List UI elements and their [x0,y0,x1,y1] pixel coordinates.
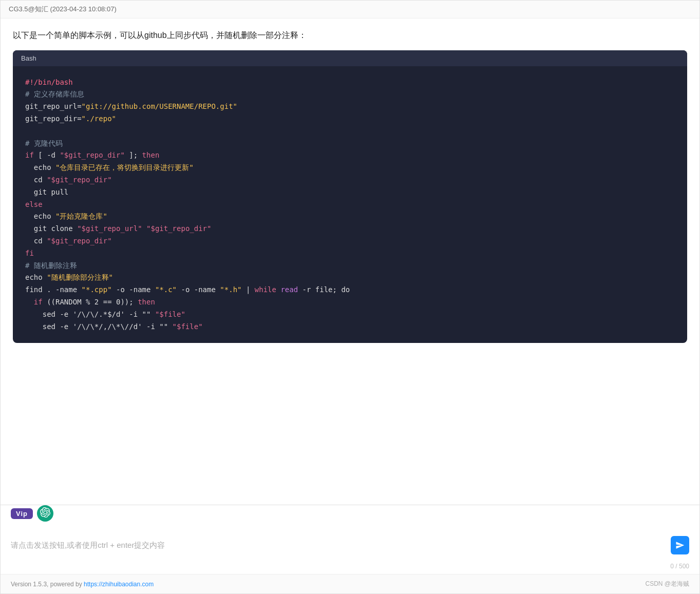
gpt-badge [37,505,53,522]
code-span: [ -d [34,151,60,159]
header-title: CG3.5@知汇 (2023-04-23 10:08:07) [9,5,117,13]
code-line-6: if [ -d "$git_repo_dir" ]; then [25,149,675,162]
code-span: "仓库目录已存在，将切换到目录进行更新" [55,163,194,171]
code-block-lang: Bash [21,54,36,62]
input-bar[interactable]: 请点击发送按钮,或者使用ctrl + enter提交内容 [1,528,699,563]
message-intro: 以下是一个简单的脚本示例，可以从github上同步代码，并随机删除一部分注释： [13,29,687,42]
code-span: -o -name [112,285,155,294]
footer-version: Version 1.5.3, powered by https://zhihui… [11,581,154,588]
code-span: echo [25,212,55,220]
code-pre: #!/bin/bash# 定义存储库信息git_repo_url="git://… [25,76,675,333]
code-line-11: echo "开始克隆仓库" [25,210,675,223]
code-span: -o -name [177,285,220,294]
send-icon [675,541,685,550]
code-line-20: sed -e '/\/\*/,/\*\//d' -i "" "$file" [25,321,675,333]
code-line-1: #!/bin/bash [25,76,675,89]
code-span: ((RANDOM % 2 == 0)); [43,298,138,306]
code-span: find . -name [25,285,82,294]
code-span [142,224,146,233]
code-line-16: echo "随机删除部分注释" [25,272,675,284]
code-line-15: # 随机删除注释 [25,260,675,272]
code-line-9: git pull [25,186,675,199]
footer-version-text: Version 1.5.3, powered by [11,581,84,588]
code-line-19: sed -e '/\/\/.*$/d' -i "" "$file" [25,309,675,321]
code-span: then [138,298,155,306]
header-bar: CG3.5@知汇 (2023-04-23 10:08:07) [1,1,699,18]
code-span: "$file" [173,322,203,331]
code-span: "$git_repo_dir" [146,224,211,233]
code-span: "$git_repo_url" [77,224,142,233]
vip-badge: Vip [11,508,33,519]
code-span: "git://github.com/USERNAME/REPO.git" [82,102,237,110]
code-span: "$git_repo_dir" [47,237,111,245]
code-line-10: else [25,199,675,211]
code-span: sed -e '/\/\/.*$/d' -i "" [25,310,155,318]
code-block-header: Bash [13,50,687,66]
code-span: "开始克隆仓库" [55,212,107,220]
code-line-13: cd "$git_repo_dir" [25,235,675,247]
chat-area: 以下是一个简单的脚本示例，可以从github上同步代码，并随机删除一部分注释： … [1,18,699,505]
code-line-4: git_repo_dir="./repo" [25,113,675,125]
input-placeholder: 请点击发送按钮,或者使用ctrl + enter提交内容 [11,541,671,550]
code-span: cd [25,176,47,184]
vip-badges-row: Vip [1,505,699,528]
code-line-12: git clone "$git_repo_url" "$git_repo_dir… [25,223,675,235]
code-span: "$file" [155,310,185,318]
code-span: echo [25,163,55,171]
gpt-svg [40,507,50,518]
code-span: if [34,298,43,306]
code-line-blank1 [25,125,675,138]
code-line-3: git_repo_url="git://github.com/USERNAME/… [25,101,675,113]
gpt-icon [40,507,50,520]
code-span: sed -e '/\/\*/,/\*\//d' -i "" [25,322,173,331]
code-span: "./repo" [82,114,116,123]
code-span: git_repo_url= [25,102,82,110]
input-bar-wrapper: Vip 请点击发送按钮,或者使用ctrl + enter提交内容 0 / 500 [1,505,699,574]
code-span: then [142,151,160,159]
code-line-5: # 克隆代码 [25,138,675,150]
code-span: "*.h" [220,285,241,294]
footer-link[interactable]: https://zhihuibaodian.com [84,581,154,588]
code-span: | [242,285,255,294]
code-line-8: cd "$git_repo_dir" [25,174,675,186]
code-span: "随机删除部分注释" [47,273,113,281]
code-line-2: # 定义存储库信息 [25,88,675,101]
code-block-wrapper: Bash #!/bin/bash# 定义存储库信息git_repo_url="g… [13,50,687,343]
code-span: read [276,285,298,294]
footer-right: CSDN @老海贼 [645,580,689,588]
code-line-17: find . -name "*.cpp" -o -name "*.c" -o -… [25,284,675,296]
code-span: "*.cpp" [82,285,112,294]
code-span: if [25,151,34,159]
send-button[interactable] [671,536,689,554]
code-span: "*.c" [155,285,177,294]
code-span: echo [25,273,47,281]
code-span: ]; [125,151,142,159]
code-span: git clone [25,224,77,233]
code-span: git_repo_dir= [25,114,82,123]
code-span: "$git_repo_dir" [47,176,111,184]
code-line-18: if ((RANDOM % 2 == 0)); then [25,296,675,309]
footer-bar: Version 1.5.3, powered by https://zhihui… [1,574,699,593]
code-block-body: #!/bin/bash# 定义存储库信息git_repo_url="git://… [13,66,687,343]
code-line-14: fi [25,247,675,260]
code-span: -r file; do [298,285,350,294]
code-span: "$git_repo_dir" [60,151,124,159]
code-span: cd [25,237,47,245]
code-span: while [255,285,276,294]
main-container: CG3.5@知汇 (2023-04-23 10:08:07) 以下是一个简单的脚… [0,0,700,594]
input-counter: 0 / 500 [1,563,699,574]
code-line-7: echo "仓库目录已存在，将切换到目录进行更新" [25,162,675,174]
